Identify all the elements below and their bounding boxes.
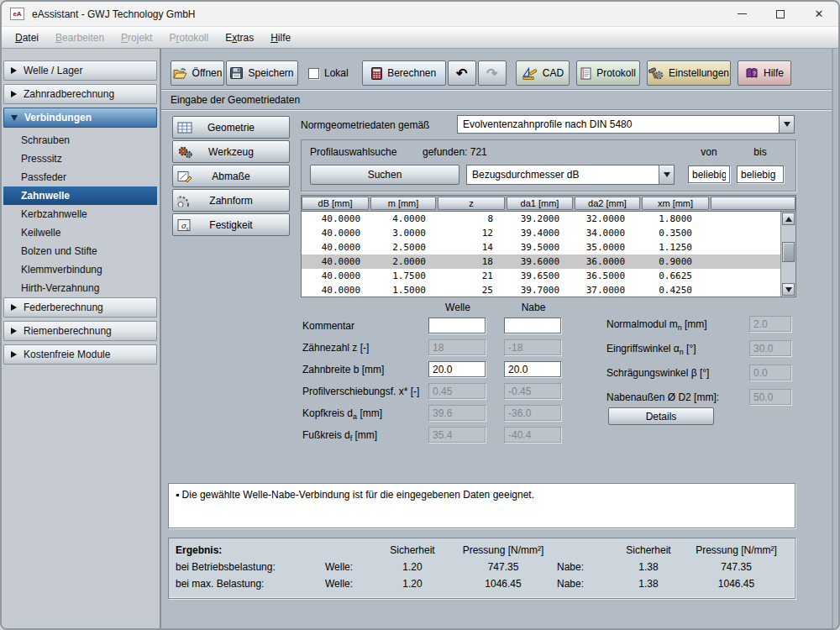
sidebar-item-schrauben[interactable]: Schrauben <box>3 131 157 150</box>
message-text: Die gewählte Welle-Nabe-Verbindung ist f… <box>182 489 534 501</box>
kopfkreis-label: Kopfkreis da [mm] <box>302 407 382 421</box>
minimize-button[interactable] <box>722 2 761 26</box>
calculate-button[interactable]: Berechnen <box>362 60 446 86</box>
scrollbar-thumb[interactable] <box>782 242 795 262</box>
zahnbreite-welle-input[interactable] <box>428 361 486 377</box>
menu-datei[interactable]: Datei <box>7 29 47 46</box>
lokal-checkbox[interactable]: Lokal <box>308 67 349 79</box>
eingriffswinkel-label: Eingriffswinkel αn [°] <box>606 343 696 356</box>
table-body: 40.00004.0000839.200032.00001.8000 40.00… <box>302 212 780 297</box>
norm-select[interactable]: Evolventenzahnprofile nach DIN 5480 <box>457 115 795 134</box>
maximize-button[interactable] <box>761 2 800 26</box>
cad-button[interactable]: CAD <box>516 60 570 86</box>
document-icon <box>580 67 591 80</box>
kommentar-nabe-input[interactable] <box>504 318 561 333</box>
scroll-up-button[interactable] <box>782 213 795 225</box>
normalmodul-input <box>749 316 791 332</box>
kommentar-welle-input[interactable] <box>428 318 486 333</box>
tab-button-column: Geometrie Werkzeug Abmaße Zahnform σx Fe… <box>172 116 290 236</box>
col-header-z[interactable]: z <box>438 197 505 210</box>
app-icon: eA <box>10 8 24 20</box>
sidebar-group-verbindungen[interactable]: Verbindungen <box>3 108 157 128</box>
triangle-down-icon <box>785 287 792 292</box>
col-header-m[interactable]: m [mm] <box>370 197 436 210</box>
tab-geometrie[interactable]: Geometrie <box>172 116 290 139</box>
sidebar-group-zahnradberechnung[interactable]: Zahnradberechnung <box>3 84 157 104</box>
scroll-down-button[interactable] <box>782 283 795 296</box>
results-value: 1.38 <box>612 578 685 590</box>
results-nabe-label: Nabe: <box>557 561 612 573</box>
menu-projekt[interactable]: Projekt <box>113 29 160 46</box>
nabenaussen-label: Nabenaußen Ø D2 [mm]: <box>606 391 719 405</box>
bis-label: bis <box>737 146 784 158</box>
protokoll-button[interactable]: Protokoll <box>576 60 640 86</box>
col-header-dB[interactable]: dB [mm] <box>302 197 369 210</box>
sidebar-item-passfeder[interactable]: Passfeder <box>3 168 157 186</box>
sidebar-group-federberechnung[interactable]: Federberechnung <box>3 297 157 318</box>
sidebar-group-welle-lager[interactable]: Welle / Lager <box>3 60 157 81</box>
menu-bearbeiten[interactable]: Bearbeiten <box>47 29 113 46</box>
sidebar-group-kostenfreie-module[interactable]: Kostenfreie Module <box>3 344 157 365</box>
table-row[interactable]: 40.00003.00001239.400034.00000.3500 <box>302 226 780 240</box>
kopfkreis-welle-input <box>428 405 486 421</box>
sidebar-item-presssitz[interactable]: Presssitz <box>3 150 157 168</box>
tab-zahnform[interactable]: Zahnform <box>172 189 290 212</box>
details-button[interactable]: Details <box>608 407 714 425</box>
collapsed-arrow-icon <box>11 328 17 334</box>
sidebar-item-klemmverbindung[interactable]: Klemmverbindung <box>3 260 157 279</box>
collapsed-arrow-icon <box>11 304 17 311</box>
main-panel: Öffnen Speichern Lokal Berechnen ↶ ↷ <box>161 49 833 628</box>
sidebar-item-bolzen-und-stifte[interactable]: Bolzen und Stifte <box>3 242 157 260</box>
results-value: 1046.45 <box>449 578 557 590</box>
sidebar-item-keilwelle[interactable]: Keilwelle <box>3 223 157 242</box>
col-header-xm[interactable]: xm [mm] <box>642 197 709 210</box>
menu-extras[interactable]: Extras <box>217 29 262 46</box>
undo-button[interactable]: ↶ <box>448 60 476 86</box>
profilverschiebung-label: Profilverschiebungsf. x* [-] <box>302 386 419 399</box>
menu-protokoll[interactable]: Protokoll <box>160 29 217 46</box>
dropdown-button[interactable] <box>779 116 794 133</box>
norm-label: Normgeometriedaten gemäß <box>301 119 429 131</box>
sidebar-item-hirth-verzahnung[interactable]: Hirth-Verzahnung <box>3 279 157 297</box>
table-row-selected[interactable]: 40.00002.00001839.600036.00000.9000 <box>302 255 780 269</box>
zahnbreite-nabe-input[interactable] <box>504 361 561 377</box>
table-row[interactable]: 40.00001.50002539.700037.00000.4250 <box>302 283 780 297</box>
table-row[interactable]: 40.00002.50001439.500035.00001.1250 <box>302 240 780 255</box>
table-scrollbar[interactable] <box>780 212 795 297</box>
table-row[interactable]: 40.00004.0000839.200032.00001.8000 <box>302 212 780 226</box>
profile-search-box: Profilauswahlsuche gefunden: 721 von bis… <box>301 139 796 192</box>
search-criterion-select[interactable]: Bezugsdurchmesser dB <box>466 165 675 185</box>
tab-festigkeit[interactable]: σx Festigkeit <box>172 213 290 236</box>
results-col-pressung-nabe: Pressung [N/mm²] <box>685 544 788 556</box>
close-button[interactable]: ✕ <box>800 2 838 26</box>
tab-abmasse[interactable]: Abmaße <box>172 165 290 187</box>
menu-hilfe[interactable]: Hilfe <box>262 29 299 46</box>
collapsed-arrow-icon <box>11 91 17 97</box>
svg-text:x: x <box>186 225 189 230</box>
suchen-button[interactable]: Suchen <box>310 165 459 185</box>
tools-icon <box>648 67 664 80</box>
dropdown-button[interactable] <box>659 165 674 184</box>
col-header-da2[interactable]: da2 [mm] <box>575 197 640 210</box>
sidebar-group-riemenberechnung[interactable]: Riemenberechnung <box>3 321 157 341</box>
expanded-arrow-icon <box>11 115 18 121</box>
app-icon-text: eA <box>13 10 21 18</box>
tab-werkzeug[interactable]: Werkzeug <box>172 140 290 163</box>
calculator-icon <box>371 67 382 80</box>
sidebar-item-zahnwelle[interactable]: Zahnwelle <box>3 186 157 205</box>
bis-input[interactable] <box>737 165 784 183</box>
redo-icon: ↷ <box>486 66 497 81</box>
table-row[interactable]: 40.00001.75002139.650036.50000.6625 <box>302 269 780 283</box>
results-grid: Ergebnis: Sicherheit Pressung [N/mm²] Si… <box>176 544 788 590</box>
open-button[interactable]: Öffnen <box>171 60 224 86</box>
save-button[interactable]: Speichern <box>226 60 298 86</box>
einstellungen-button[interactable]: Einstellungen <box>647 60 731 86</box>
gear-profile-icon <box>177 194 191 207</box>
hilfe-button[interactable]: ? Hilfe <box>738 60 791 86</box>
results-value: 1.20 <box>375 578 449 590</box>
eingriffswinkel-input <box>749 340 791 356</box>
von-input[interactable] <box>688 165 730 183</box>
sidebar-item-kerbzahnwelle[interactable]: Kerbzahnwelle <box>3 205 157 223</box>
redo-button[interactable]: ↷ <box>478 60 507 86</box>
col-header-da1[interactable]: da1 [mm] <box>507 197 573 210</box>
